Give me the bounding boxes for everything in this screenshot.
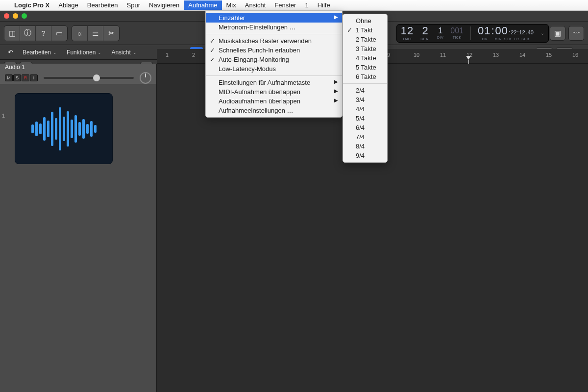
solo-button[interactable]: S [13,74,21,81]
track-buttons: M S R I [5,74,38,81]
menubar-navigieren[interactable]: Navigieren [145,0,184,10]
lcd-beat: 2 [422,25,429,36]
lcd-display[interactable]: 12TAKT 2BEAT 1DIV 001TICK 01:00:22:12.40… [396,24,549,43]
aufnahme-menu-item[interactable]: Einzähler▶ [206,13,342,23]
mixer-icon[interactable]: ⚌ [88,26,103,41]
menubar-mix[interactable]: Mix [222,0,241,10]
record-enable-button[interactable]: R [22,74,29,81]
menubar-spur[interactable]: Spur [122,0,145,10]
edit-buttons: ☼ ⚌ ✂ [72,25,120,41]
einzaehler-submenu-item[interactable]: 9/4 [343,151,387,160]
einzaehler-submenu-item[interactable]: ✓1 Takt [343,25,387,35]
einzaehler-submenu-item[interactable]: 8/4 [343,142,387,151]
track-header[interactable]: Audio 1 M S R I [0,64,156,84]
audio-waveform-icon [15,93,113,164]
menubar-aufnahme[interactable]: Aufnahme [184,0,221,10]
loop-browser-icon[interactable]: 〰 [568,26,584,41]
track-name[interactable]: Audio 1 [5,64,151,71]
inspector-icon[interactable]: ⓘ [20,26,36,41]
menubar-ansicht[interactable]: Ansicht [241,0,270,10]
menubar-1[interactable]: 1 [300,0,313,10]
view-buttons: ◫ ⓘ ? ▭ [4,25,68,41]
einzaehler-submenu-item[interactable]: 2 Takte [343,35,387,44]
einzaehler-submenu: Ohne✓1 Takt2 Takte3 Takte4 Takte5 Takte6… [343,14,388,163]
einzaehler-submenu-item[interactable]: 3 Takte [343,44,387,53]
smart-controls-icon[interactable]: ☼ [72,26,88,41]
library-icon[interactable]: ◫ [4,26,20,41]
minimize-icon[interactable] [13,13,18,19]
track-headers: 1 Audio 1 M S R I [0,64,157,392]
aufnahme-menu-item[interactable]: Audioaufnahmen überlappen▶ [206,97,342,106]
aufnahme-menu-item[interactable]: Low-Latency-Modus [206,64,342,74]
aufnahme-menu-item[interactable]: Einstellungen für Aufnahmetaste▶ [206,78,342,87]
einzaehler-submenu-item[interactable]: 5/4 [343,114,387,123]
zoom-icon[interactable] [22,13,27,19]
toolbar-icon[interactable]: ▭ [51,26,67,41]
track-row-number: 1 [2,113,5,119]
menubar-bearbeiten[interactable]: Bearbeiten [83,0,122,10]
pan-knob[interactable] [140,72,151,84]
aufnahme-menu-item[interactable]: Aufnahmeeinstellungen … [206,106,342,115]
input-monitor-button[interactable]: I [30,74,38,81]
macos-menubar: Logic Pro X Ablage Bearbeiten Spur Navig… [0,0,588,11]
help-icon[interactable]: ? [36,26,51,41]
aufnahme-menu-item[interactable]: Metronom-Einstellungen … [206,23,342,32]
lcd-div: 1 [438,27,442,35]
edit-dropdown[interactable]: Bearbeiten⌄ [19,48,61,57]
einzaehler-submenu-item[interactable]: 6 Takte [343,72,387,81]
back-icon[interactable]: ↶ [4,47,17,58]
lcd-tick: 001 [450,27,464,35]
einzaehler-submenu-item[interactable]: 5 Takte [343,63,387,72]
lcd-time: 01:00:22:12.40 [478,25,534,36]
volume-fader[interactable] [44,77,134,79]
chevron-down-icon[interactable]: ⌄ [540,30,544,36]
note-pad-icon[interactable]: ▣ [550,26,565,41]
einzaehler-submenu-item[interactable]: 3/4 [343,95,387,104]
aufnahme-menu-item[interactable]: ✓Schnelles Punch-In erlauben [206,46,342,55]
einzaehler-submenu-item[interactable]: Ohne [343,16,387,25]
einzaehler-submenu-item[interactable]: 2/4 [343,86,387,95]
mute-button[interactable]: M [5,74,13,81]
einzaehler-submenu-item[interactable]: 7/4 [343,132,387,142]
functions-dropdown[interactable]: Funktionen⌄ [63,48,105,57]
track-icon-area [0,84,156,173]
lcd-bar: 12 [401,25,414,36]
view-dropdown[interactable]: Ansicht⌄ [107,48,140,57]
einzaehler-submenu-item[interactable]: 6/4 [343,123,387,132]
close-icon[interactable] [4,13,9,19]
einzaehler-submenu-item[interactable]: 4 Takte [343,53,387,63]
aufnahme-menu-item[interactable]: ✓Auto-Eingang-Monitoring [206,55,342,64]
aufnahme-menu: Einzähler▶Metronom-Einstellungen …✓Musik… [205,11,343,118]
aufnahme-menu-item[interactable]: MIDI-Aufnahmen überlappen▶ [206,87,342,97]
menubar-hilfe[interactable]: Hilfe [313,0,335,10]
menubar-ablage[interactable]: Ablage [54,0,82,10]
einzaehler-submenu-item[interactable]: 4/4 [343,104,387,114]
scissors-icon[interactable]: ✂ [103,26,119,41]
menubar-app[interactable]: Logic Pro X [10,0,54,10]
traffic-lights [4,13,27,19]
aufnahme-menu-item[interactable]: ✓Musikalisches Raster verwenden [206,36,342,46]
menubar-fenster[interactable]: Fenster [270,0,300,10]
